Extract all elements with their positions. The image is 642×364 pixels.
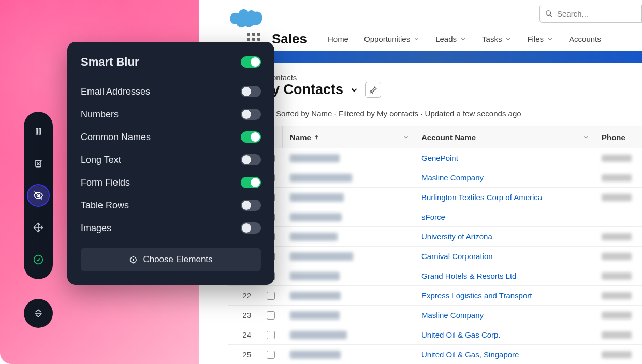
page-ribbon <box>228 51 642 63</box>
option-form-fields: Form Fields <box>81 171 261 194</box>
svg-point-0 <box>546 11 551 16</box>
toggle-0[interactable] <box>241 86 261 97</box>
row-phone-blurred <box>594 174 642 181</box>
row-checkbox[interactable] <box>258 331 283 339</box>
row-account[interactable]: Masline Company <box>414 311 594 320</box>
option-common-names: Common Names <box>81 126 261 148</box>
row-name-blurred <box>283 351 414 359</box>
table-row: Masline Company <box>228 168 642 188</box>
svg-point-7 <box>133 259 134 260</box>
row-name-blurred <box>283 233 414 241</box>
row-account[interactable]: Masline Company <box>414 173 594 182</box>
option-numbers: Numbers <box>81 103 261 126</box>
table-row: Carnival Corporation <box>228 247 642 266</box>
master-toggle[interactable] <box>241 56 261 68</box>
row-name-blurred <box>283 331 414 339</box>
nav-files[interactable]: Files <box>527 35 553 43</box>
table-row: 24United Oil & Gas Corp. <box>228 325 642 345</box>
table-row: 25United Oil & Gas, Singapore <box>228 345 642 364</box>
pause-button[interactable] <box>28 121 49 142</box>
collapse-button[interactable] <box>24 299 53 328</box>
toggle-4[interactable] <box>241 177 261 188</box>
table-row: 22Express Logistics and Transport <box>228 286 642 306</box>
toggle-1[interactable] <box>241 109 261 120</box>
row-phone-blurred <box>594 155 642 162</box>
row-phone-blurred <box>594 233 642 240</box>
smart-blur-panel: Smart Blur Email AddressesNumbersCommon … <box>67 42 274 285</box>
row-number: 24 <box>228 330 258 339</box>
col-phone[interactable]: Phone <box>594 126 642 148</box>
svg-rect-2 <box>39 128 41 134</box>
chevron-down-icon[interactable] <box>582 133 590 141</box>
row-phone-blurred <box>594 253 642 260</box>
delete-button[interactable] <box>28 153 49 174</box>
chevron-down-icon <box>505 36 512 42</box>
row-account[interactable]: GenePoint <box>414 154 594 162</box>
row-name-blurred <box>283 272 414 280</box>
nav-leads[interactable]: Leads <box>435 35 466 43</box>
row-phone-blurred <box>594 292 642 299</box>
col-name[interactable]: Name <box>283 126 414 148</box>
row-account[interactable]: Grand Hotels & Resorts Ltd <box>414 271 594 280</box>
row-phone-blurred <box>594 351 642 358</box>
row-number: 22 <box>228 291 258 300</box>
global-search[interactable]: Search... <box>539 5 642 23</box>
contacts-table: Name Account Name Phone GenePointMasline… <box>228 126 642 364</box>
row-name-blurred <box>283 311 414 320</box>
object-label: ontacts <box>272 73 297 82</box>
chevron-down-icon[interactable] <box>349 85 359 95</box>
table-row: University of Arizona <box>228 227 642 247</box>
toggle-3[interactable] <box>241 154 261 165</box>
row-account[interactable]: sForce <box>414 213 594 221</box>
app-name: Sales <box>272 31 307 47</box>
option-images: Images <box>81 217 261 239</box>
row-phone-blurred <box>594 331 642 339</box>
target-icon <box>129 255 138 264</box>
search-icon <box>545 10 553 18</box>
option-long-text: Long Text <box>81 148 261 171</box>
row-name-blurred <box>283 193 414 202</box>
svg-rect-1 <box>36 128 38 134</box>
toggle-2[interactable] <box>241 131 261 143</box>
move-tool-button[interactable] <box>28 217 49 238</box>
row-phone-blurred <box>594 312 642 319</box>
row-account[interactable]: Carnival Corporation <box>414 252 594 261</box>
row-phone-blurred <box>594 272 642 280</box>
chevron-down-icon[interactable] <box>402 133 410 141</box>
row-name-blurred <box>283 213 414 221</box>
row-checkbox[interactable] <box>258 292 283 300</box>
toggle-5[interactable] <box>241 200 261 211</box>
salesforce-logo <box>229 5 264 31</box>
table-row: Burlington Textiles Corp of America <box>228 188 642 207</box>
pin-button[interactable] <box>365 82 381 98</box>
row-account[interactable]: University of Arizona <box>414 232 594 241</box>
row-account[interactable]: Express Logistics and Transport <box>414 291 594 300</box>
row-name-blurred <box>283 174 414 182</box>
row-phone-blurred <box>594 194 642 201</box>
view-title: y Contacts <box>272 82 343 98</box>
row-account[interactable]: United Oil & Gas, Singapore <box>414 350 594 359</box>
col-account[interactable]: Account Name <box>414 126 594 148</box>
chevron-down-icon <box>547 36 553 42</box>
nav-accounts[interactable]: Accounts <box>569 35 601 43</box>
nav-home[interactable]: Home <box>328 35 348 43</box>
chevron-down-icon <box>413 36 420 42</box>
nav-tasks[interactable]: Tasks <box>482 35 512 43</box>
row-checkbox[interactable] <box>258 311 283 320</box>
toggle-6[interactable] <box>241 222 261 234</box>
choose-elements-button[interactable]: Choose Elements <box>81 248 261 271</box>
table-row: Grand Hotels & Resorts Ltd <box>228 266 642 286</box>
row-number: 25 <box>228 350 258 359</box>
capture-toolbar <box>24 112 53 279</box>
done-button[interactable] <box>28 249 49 270</box>
svg-point-5 <box>34 255 43 264</box>
row-account[interactable]: United Oil & Gas Corp. <box>414 330 594 339</box>
nav-opportunities[interactable]: Opportunities <box>364 35 420 43</box>
row-checkbox[interactable] <box>258 351 283 359</box>
row-account[interactable]: Burlington Textiles Corp of America <box>414 193 594 202</box>
blur-tool-button[interactable] <box>28 185 49 206</box>
table-row: 23Masline Company <box>228 306 642 325</box>
chevron-down-icon <box>460 36 466 42</box>
table-row: GenePoint <box>228 148 642 168</box>
panel-title: Smart Blur <box>81 55 139 69</box>
